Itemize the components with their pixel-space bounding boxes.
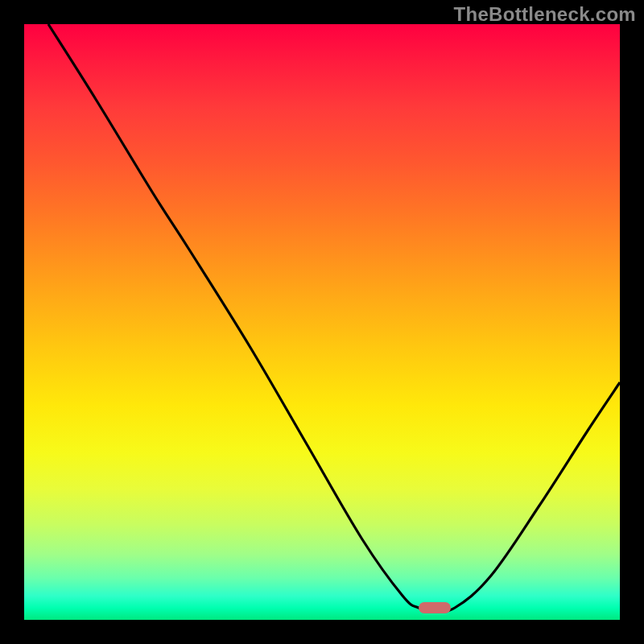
optimal-point-marker (419, 602, 451, 613)
chart-frame: TheBottleneck.com (0, 0, 644, 644)
chart-plot-area (24, 24, 620, 620)
watermark-text: TheBottleneck.com (454, 3, 636, 26)
bottleneck-curve (48, 24, 620, 611)
curve-svg (24, 24, 620, 620)
